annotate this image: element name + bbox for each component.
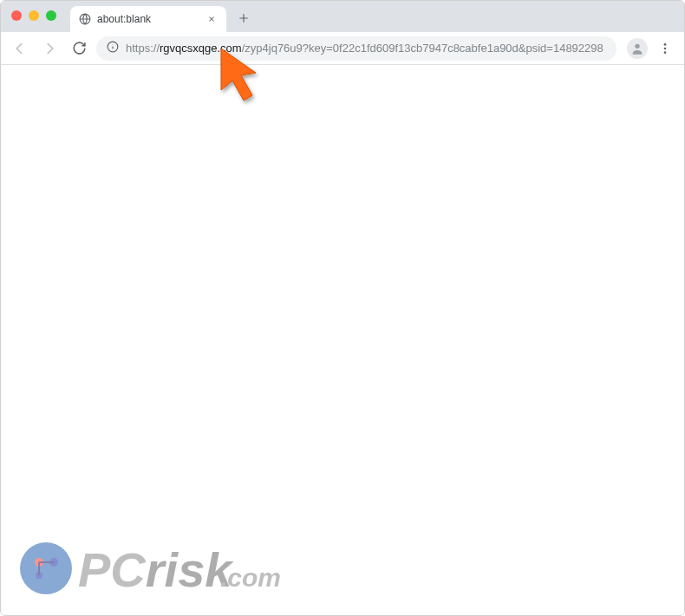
profile-button[interactable] xyxy=(627,38,648,59)
window-maximize-button[interactable] xyxy=(46,10,56,21)
toolbar: https://rgvqcsxqge.com/zyp4jq76u9?key=0f… xyxy=(1,32,684,65)
svg-point-2 xyxy=(635,43,639,48)
window-minimize-button[interactable] xyxy=(29,10,39,21)
url-path: /zyp4jq76u9?key=0f22c1fd609f13cb7947c8ca… xyxy=(242,42,603,55)
globe-icon xyxy=(79,13,91,25)
url-domain: rgvqcsxqge.com xyxy=(160,42,242,55)
address-bar[interactable]: https://rgvqcsxqge.com/zyp4jq76u9?key=0f… xyxy=(96,36,616,61)
page-content xyxy=(1,65,684,615)
browser-tab[interactable]: about:blank xyxy=(70,6,226,32)
svg-point-4 xyxy=(664,47,667,49)
tab-title: about:blank xyxy=(97,13,151,25)
back-button[interactable] xyxy=(8,36,32,61)
window-controls xyxy=(11,10,56,21)
menu-button[interactable] xyxy=(653,36,677,61)
url-scheme: https:// xyxy=(126,42,160,55)
new-tab-button[interactable] xyxy=(232,6,256,30)
svg-point-3 xyxy=(664,43,667,46)
reload-button[interactable] xyxy=(67,36,91,61)
tab-bar: about:blank xyxy=(1,1,684,32)
forward-button[interactable] xyxy=(37,36,62,61)
url-text: https://rgvqcsxqge.com/zyp4jq76u9?key=0f… xyxy=(126,42,603,55)
svg-point-5 xyxy=(664,51,667,54)
site-info-icon[interactable] xyxy=(107,41,119,55)
browser-window: about:blank xyxy=(0,0,685,616)
window-close-button[interactable] xyxy=(11,10,22,21)
tab-close-button[interactable] xyxy=(206,13,218,25)
